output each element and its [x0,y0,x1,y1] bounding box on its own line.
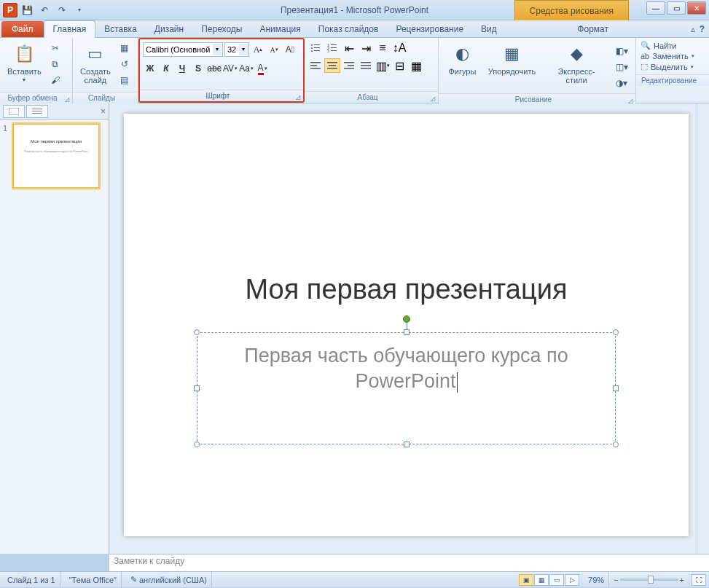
group-label-clipboard: Буфер обмена [8,94,58,102]
bold-icon[interactable]: Ж [143,61,157,76]
slide-canvas[interactable]: Моя первая презентация Первая часть обуч… [124,114,689,536]
zoom-in-icon[interactable]: + [680,576,684,584]
tab-format[interactable]: Формат [557,21,629,37]
close-panel-icon[interactable]: × [101,106,106,117]
align-text-icon[interactable]: ⊟ [391,58,407,73]
zoom-level[interactable]: 79% [584,572,609,587]
copy-icon[interactable]: ⧉ [47,57,63,71]
tab-home[interactable]: Главная [44,20,96,38]
new-slide-button[interactable]: ▭ Создать слайд [76,41,115,89]
strikethrough-icon[interactable]: abc [207,61,222,76]
tab-transitions[interactable]: Переходы [192,21,251,37]
shape-effects-icon[interactable]: ◑▾ [614,76,630,90]
increase-indent-icon[interactable]: ⇥ [358,41,374,55]
close-button[interactable]: ✕ [687,1,706,15]
select-button[interactable]: ⬚Выделить▾ [641,62,705,71]
arrange-button[interactable]: ▦Упорядочить [485,41,539,89]
bullets-icon[interactable] [308,41,324,55]
replace-button[interactable]: abЗаменить▾ [641,52,705,60]
zoom-slider-track[interactable] [620,579,678,581]
quick-styles-button[interactable]: ◆Экспресс-стили [544,41,609,89]
line-spacing-icon[interactable]: ≡ [375,41,391,55]
subtitle-textbox[interactable]: Первая часть обучающего курса по PowerPo… [197,332,616,444]
numbering-icon[interactable]: 123 [324,41,340,55]
tab-insert[interactable]: Вставка [95,21,146,37]
maximize-button[interactable]: ▭ [667,1,686,15]
format-painter-icon[interactable]: 🖌 [47,73,63,87]
underline-icon[interactable]: Ч [175,61,189,76]
tab-review[interactable]: Рецензирование [387,21,472,37]
align-center-icon[interactable] [324,58,340,73]
font-color-icon[interactable]: A▾ [255,61,270,76]
outline-panel-tab[interactable] [26,105,48,118]
text-direction-icon[interactable]: ↕A [391,41,407,55]
clear-formatting-icon[interactable]: A⃫ [283,42,297,57]
reset-icon[interactable]: ↺ [117,57,133,71]
paste-button[interactable]: 📋 Вставить ▾ [3,41,46,89]
slide-title-text[interactable]: Моя первая презентация [124,274,689,305]
resize-handle-n[interactable] [404,329,410,335]
slide-thumbnail[interactable]: Моя первая презентация Первая часть обуч… [13,124,99,188]
resize-handle-w[interactable] [194,385,200,391]
reading-view-icon[interactable]: ▭ [549,574,564,586]
change-case-icon[interactable]: Aa▾ [239,61,254,76]
normal-view-icon[interactable]: ▣ [519,574,533,586]
resize-handle-sw[interactable] [194,442,200,447]
svg-rect-3 [314,47,320,48]
resize-handle-ne[interactable] [613,329,619,335]
decrease-indent-icon[interactable]: ⇤ [341,41,357,55]
chevron-down-icon[interactable]: ▾ [239,44,248,55]
resize-handle-se[interactable] [613,442,619,447]
tab-view[interactable]: Вид [472,21,506,37]
smartart-icon[interactable]: ▦ [408,58,424,73]
chevron-down-icon[interactable]: ▾ [213,44,222,55]
align-left-icon[interactable] [308,58,324,73]
slideshow-view-icon[interactable]: ▷ [565,574,579,586]
grow-font-icon[interactable]: A▴ [251,42,265,57]
italic-icon[interactable]: К [159,61,173,76]
rotate-handle[interactable] [403,315,410,323]
char-spacing-icon[interactable]: AV▾ [223,61,238,76]
resize-handle-e[interactable] [613,385,619,391]
paragraph-launcher-icon[interactable]: ◿ [429,93,436,101]
shapes-button[interactable]: ◐Фигуры [444,41,480,89]
undo-icon[interactable]: ↶ [36,2,52,18]
clipboard-launcher-icon[interactable]: ◿ [63,94,71,101]
layout-icon[interactable]: ▦ [117,41,133,55]
subtitle-text[interactable]: Первая часть обучающего курса по PowerPo… [244,345,568,392]
zoom-slider-thumb[interactable] [648,576,654,584]
minimize-button[interactable]: — [646,1,665,15]
zoom-out-icon[interactable]: − [614,576,618,584]
shadow-icon[interactable]: S [191,61,205,76]
font-size-combo[interactable]: 32▾ [224,42,249,57]
resize-handle-nw[interactable] [194,329,200,335]
save-icon[interactable]: 💾 [19,2,35,18]
find-button[interactable]: 🔍Найти [641,41,705,50]
justify-icon[interactable] [358,58,374,73]
slides-panel-tab[interactable] [3,105,25,118]
status-language[interactable]: ✎английский (США) [126,572,212,587]
minimize-ribbon-icon[interactable]: ▵ [691,24,695,34]
tab-slideshow[interactable]: Показ слайдов [310,21,388,37]
qat-dropdown-icon[interactable]: ▾ [71,2,87,18]
help-icon[interactable]: ? [700,24,705,34]
drawing-launcher-icon[interactable]: ◿ [627,95,634,103]
resize-handle-s[interactable] [404,442,410,447]
align-right-icon[interactable] [341,58,357,73]
tab-design[interactable]: Дизайн [146,21,192,37]
cut-icon[interactable]: ✂ [47,41,63,55]
font-name-combo[interactable]: Calibri (Основной▾ [143,42,223,57]
section-icon[interactable]: ▤ [117,73,133,87]
shape-fill-icon[interactable]: ◧▾ [614,44,630,58]
fit-to-window-icon[interactable]: ⛶ [692,574,706,586]
sorter-view-icon[interactable]: ▦ [534,574,549,586]
file-tab[interactable]: Файл [1,21,44,37]
tab-animations[interactable]: Анимация [251,21,309,37]
shape-outline-icon[interactable]: ◫▾ [614,60,630,74]
shrink-font-icon[interactable]: A▾ [267,42,281,57]
font-launcher-icon[interactable]: ◿ [294,92,302,99]
vertical-scrollbar[interactable] [697,103,709,554]
columns-icon[interactable]: ▥▾ [375,58,391,73]
notes-pane[interactable]: Заметки к слайду [109,554,709,571]
redo-icon[interactable]: ↷ [54,2,70,18]
